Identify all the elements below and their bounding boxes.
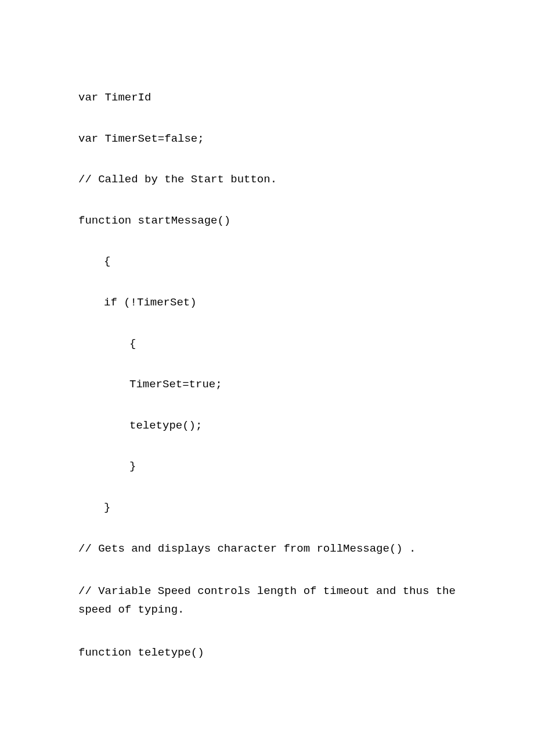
code-line: { [78,336,456,352]
code-line: if (!TimerSet) [78,295,456,311]
code-line: var TimerId [78,90,456,106]
code-line: } [78,459,456,474]
code-comment: // Gets and displays character from roll… [78,541,456,557]
code-line: } [78,500,456,516]
code-line: { [78,254,456,269]
code-line: function startMessage() [78,213,456,229]
code-comment: // Called by the Start button. [78,172,456,188]
code-comment: // Variable Speed controls length of tim… [78,582,456,620]
code-document: var TimerId var TimerSet=false; // Calle… [0,0,534,721]
code-line: function teletype() [78,645,456,661]
code-line: teletype(); [78,418,456,434]
code-line: var TimerSet=false; [78,131,456,147]
code-line: TimerSet=true; [78,377,456,393]
